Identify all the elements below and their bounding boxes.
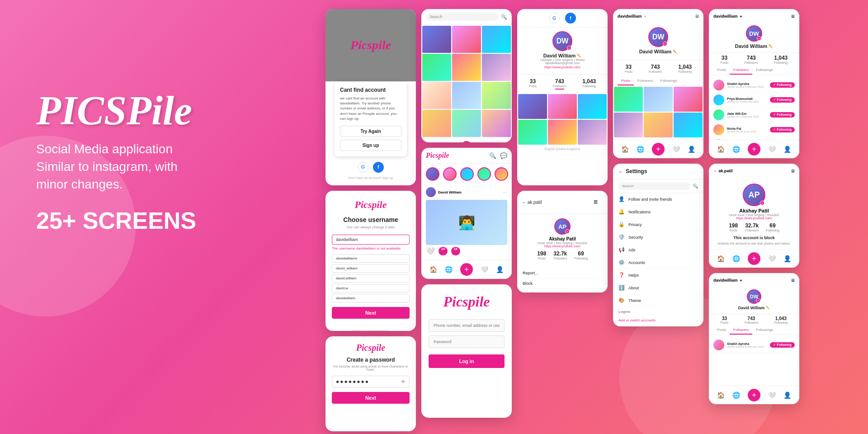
david-f2-menu[interactable]: ≡ <box>791 277 795 284</box>
david-photo-2[interactable] <box>644 87 673 112</box>
context-back-button[interactable]: ← ak.patil <box>522 200 542 205</box>
blocked-nav-profile[interactable]: 👤 <box>783 255 791 262</box>
photo-1[interactable] <box>518 94 547 119</box>
settings-ads[interactable]: 📢 Ads <box>613 244 703 256</box>
david-nav-heart[interactable]: 🤍 <box>672 146 680 153</box>
profile-edit-icon[interactable]: ✏️ <box>577 54 581 58</box>
photo-4[interactable] <box>518 120 547 145</box>
photo-6[interactable] <box>578 120 607 145</box>
settings-helps[interactable]: ❓ Helps <box>613 269 703 282</box>
followers-nav-heart[interactable]: 🤍 <box>768 146 776 153</box>
david-f2-follow-btn-1[interactable]: ✓ Following <box>770 342 795 348</box>
sign-up-button[interactable]: Sign up <box>340 140 401 151</box>
david-nav-profile[interactable]: 👤 <box>688 146 695 153</box>
david-f2-tab-following[interactable]: Followings <box>752 326 777 335</box>
feed-like-icon[interactable]: 🤍 <box>426 247 435 255</box>
follow-btn-4[interactable]: ✓ Following <box>770 127 795 132</box>
settings-follow-friends[interactable]: 👤 Follow and invite friends <box>613 193 703 206</box>
ctx-report[interactable]: Report... <box>523 268 602 278</box>
story-2[interactable] <box>443 167 457 181</box>
akshay-link[interactable]: https://www.youtube.com/ <box>544 245 580 248</box>
feed-message-icon[interactable]: 💬 <box>500 152 507 159</box>
followers-tab-posts[interactable]: Posts <box>713 66 730 75</box>
settings-add-account[interactable]: Add or switch accounts <box>613 316 703 324</box>
ctx-restrict[interactable]: Restrict <box>523 289 602 292</box>
blocked-nav-globe[interactable]: 🌐 <box>732 255 740 262</box>
login-password-input[interactable] <box>429 335 505 348</box>
nav-add-icon[interactable]: + <box>461 141 472 142</box>
david-photo-5[interactable] <box>644 113 673 137</box>
photo-5[interactable] <box>548 120 577 145</box>
feed-nav-globe[interactable]: 🌐 <box>445 266 453 273</box>
context-menu-icon[interactable]: ≡ <box>588 194 603 210</box>
story-4[interactable] <box>477 167 491 181</box>
story-1[interactable] <box>426 167 439 181</box>
settings-back-icon[interactable]: ← <box>618 169 623 174</box>
david-f2-nav-profile[interactable]: 👤 <box>783 392 791 399</box>
settings-notifications[interactable]: 🔔 Notifications <box>613 206 703 218</box>
david-f2-nav-home[interactable]: 🏠 <box>717 392 725 399</box>
password-field[interactable]: ●●●●●●●● 👁 <box>332 376 410 387</box>
david-nav-globe[interactable]: 🌐 <box>637 146 644 153</box>
username-input[interactable] <box>332 235 410 245</box>
profile-menu-icon[interactable]: ≡ <box>695 13 699 20</box>
feed-post-options[interactable]: ⋯ <box>503 190 507 195</box>
david-f2-nav-add[interactable]: + <box>748 389 760 401</box>
david-photo-3[interactable] <box>674 87 703 112</box>
settings-privacy[interactable]: 🔒 Privacy <box>613 218 703 231</box>
david-nav-add[interactable]: + <box>652 143 665 156</box>
settings-theme[interactable]: 🎨 Theme <box>613 294 703 307</box>
settings-security[interactable]: 🛡️ Security <box>613 231 703 244</box>
login-phone-input[interactable] <box>429 319 505 332</box>
blocked-menu-icon[interactable]: ≡ <box>791 167 795 175</box>
blocked-link[interactable]: https://www.youtube.com/ <box>736 217 772 220</box>
story-3[interactable] <box>460 167 474 181</box>
search-input[interactable]: Search <box>426 13 498 21</box>
username-next-button[interactable]: Next <box>332 307 410 319</box>
profile-facebook-icon[interactable]: f <box>565 13 576 24</box>
settings-about[interactable]: ℹ️ About <box>613 282 703 294</box>
google-icon[interactable]: G <box>358 162 368 173</box>
login-button[interactable]: Log in <box>429 354 505 368</box>
password-eye-icon[interactable]: 👁 <box>401 379 406 384</box>
settings-accounts[interactable]: ⚙️ Accounts <box>613 256 703 269</box>
feed-nav-add[interactable]: + <box>460 263 473 276</box>
david-photo-6[interactable] <box>674 113 703 137</box>
tab-following[interactable]: Followings <box>656 77 681 85</box>
settings-logout-david[interactable]: Log out davidwilliam <box>613 324 703 326</box>
profile-google-icon[interactable]: G <box>549 13 560 24</box>
follow-btn-2[interactable]: ✓ Following <box>770 97 795 103</box>
followers-nav-profile[interactable]: 👤 <box>783 146 791 153</box>
settings-search-input[interactable]: Search <box>618 182 690 190</box>
settings-search-icon[interactable]: 🔍 <box>693 184 698 189</box>
blocked-nav-add[interactable]: + <box>748 252 760 265</box>
try-again-button[interactable]: Try Again <box>340 126 401 137</box>
tab-posts[interactable]: Posts <box>618 77 634 85</box>
david-f2-tab-posts[interactable]: Posts <box>713 326 730 335</box>
tab-followers[interactable]: Followers <box>634 77 656 85</box>
followers-chevron[interactable]: ▼ <box>740 15 743 18</box>
david-f2-chevron[interactable]: ▼ <box>740 279 743 282</box>
david-nav-home[interactable]: 🏠 <box>621 146 629 153</box>
follow-btn-1[interactable]: ✓ Following <box>770 82 795 88</box>
profile-link[interactable]: https://www.youtube.com/ <box>544 66 580 69</box>
suggestion-4[interactable]: david.w <box>332 284 410 292</box>
search-icon[interactable]: 🔍 <box>501 14 507 20</box>
suggestion-1[interactable]: davidwilliams <box>332 254 410 263</box>
david-photo-1[interactable] <box>614 87 643 112</box>
feed-nav-profile[interactable]: 👤 <box>496 266 504 273</box>
david-f2-edit[interactable]: ✏️ <box>766 306 770 310</box>
photo-2[interactable] <box>548 94 577 119</box>
david-f2-tab-followers[interactable]: Followers <box>730 326 752 335</box>
followers-nav-add[interactable]: + <box>748 143 760 156</box>
david-f2-nav-heart[interactable]: 🤍 <box>768 392 776 399</box>
followers-edit-icon[interactable]: ✏️ <box>769 44 773 48</box>
feed-nav-home[interactable]: 🏠 <box>429 266 437 273</box>
password-next-button[interactable]: Next <box>332 392 410 404</box>
followers-nav-globe[interactable]: 🌐 <box>732 146 740 153</box>
followers-tab-followers[interactable]: Followers <box>730 66 752 75</box>
david-f2-nav-globe[interactable]: 🌐 <box>732 392 740 399</box>
ctx-block[interactable]: Block <box>523 278 602 289</box>
facebook-icon[interactable]: f <box>373 162 384 173</box>
story-5[interactable] <box>495 167 508 181</box>
